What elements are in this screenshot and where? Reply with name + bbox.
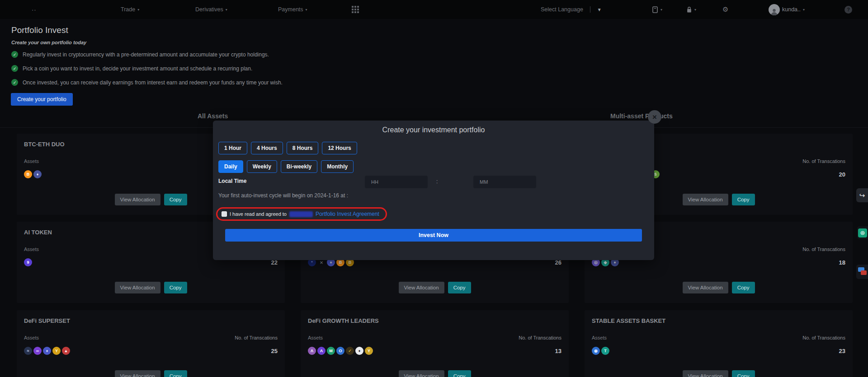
- help-icon[interactable]: ?: [844, 0, 852, 19]
- account-menu[interactable]: kunda.. ▾: [769, 0, 805, 19]
- chat-extension-icon[interactable]: [856, 265, 868, 279]
- hour-option-1h[interactable]: 1 Hour: [218, 142, 247, 154]
- nav-payments[interactable]: Payments ▾: [278, 0, 307, 19]
- copy-button[interactable]: Copy: [732, 282, 755, 293]
- modal-close-icon[interactable]: ✕: [648, 110, 661, 124]
- assets-label: Assets: [24, 158, 39, 164]
- settings-gear-icon[interactable]: ⚙: [722, 0, 728, 19]
- o-coin-icon: O: [336, 347, 344, 355]
- copy-button[interactable]: Copy: [164, 370, 187, 377]
- transactions-count: 13: [555, 348, 561, 354]
- chatgpt-extension-icon[interactable]: ⊛: [857, 226, 868, 239]
- portfolio-invest-agreement-link[interactable]: Portfolio Invest Agreement: [316, 211, 379, 217]
- blue-ring-coin-icon: ◉: [592, 347, 600, 355]
- btc-coin-icon: B: [24, 170, 32, 178]
- nav-derivatives-label: Derivatives: [195, 6, 223, 13]
- invest-now-button[interactable]: Invest Now: [225, 229, 642, 242]
- view-allocation-button[interactable]: View Allocation: [682, 282, 728, 293]
- hour-option-8h[interactable]: 8 Hours: [287, 142, 319, 154]
- frequency-option-monthly[interactable]: Monthly: [321, 160, 354, 173]
- m-coin-icon: M: [327, 347, 335, 355]
- card-actions: View AllocationCopy: [114, 282, 187, 293]
- asset-coin-row: ΛAMO✓♦Y: [308, 347, 374, 355]
- frequency-option-weekly[interactable]: Weekly: [247, 160, 277, 173]
- language-selector[interactable]: Select Language ▼: [541, 0, 602, 19]
- minute-input[interactable]: [473, 176, 536, 188]
- view-allocation-button[interactable]: View Allocation: [114, 282, 160, 293]
- tab-multi-asset-products[interactable]: Multi-asset Products: [610, 112, 673, 120]
- navy-coin-icon: ≈: [24, 347, 32, 355]
- portfolio-card: DeFi SUPERSETAssetsNo. of Transcations≈∞…: [17, 310, 285, 377]
- card-actions: View AllocationCopy: [682, 194, 755, 205]
- site-logo[interactable]: ··: [32, 0, 37, 19]
- eth-coin-icon: ♦: [43, 347, 51, 355]
- avatar: [769, 4, 780, 15]
- create-portfolio-modal: Create your investment portfolio 1 Hour …: [213, 121, 654, 260]
- hour-input[interactable]: [365, 176, 428, 188]
- card-actions: View AllocationCopy: [398, 282, 471, 293]
- hour-option-12h[interactable]: 12 Hours: [322, 142, 357, 154]
- avax-coin-icon: ▲: [62, 347, 70, 355]
- language-label: Select Language: [541, 6, 583, 13]
- nav-trade-label: Trade: [121, 6, 135, 13]
- tether-coin-icon: T: [601, 347, 609, 355]
- lambda-coin-icon: Λ: [308, 347, 316, 355]
- view-allocation-button[interactable]: View Allocation: [682, 194, 728, 205]
- chevron-down-icon: ▾: [306, 8, 307, 12]
- frequency-option-biweekly[interactable]: Bi-weekly: [281, 160, 317, 173]
- copy-button[interactable]: Copy: [448, 370, 471, 377]
- orders-book-icon[interactable]: ▾: [652, 0, 662, 19]
- card-actions: View AllocationCopy: [114, 194, 187, 205]
- portfolio-card: DeFi GROWTH LEADERSAssetsNo. of Transcat…: [301, 310, 569, 377]
- asset-coin-row: ≈∞♦Y▲: [24, 347, 71, 355]
- gold-y-coin-icon: Y: [52, 347, 61, 355]
- frequency-option-daily[interactable]: Daily: [218, 160, 243, 173]
- benefit-bullet: ✓ Once invested, you can receive daily e…: [11, 79, 283, 86]
- copy-button[interactable]: Copy: [732, 194, 755, 205]
- agreement-checkbox[interactable]: [222, 211, 227, 217]
- redacted-brand-name: [289, 211, 313, 217]
- purple-link-coin-icon: ∞: [33, 347, 42, 355]
- create-portfolio-button[interactable]: Create your portfolio: [11, 93, 73, 106]
- bullet-text: Once invested, you can receive daily ear…: [23, 79, 283, 86]
- check-circle-icon: ✓: [11, 51, 18, 58]
- wallet-lock-icon[interactable]: ▾: [686, 0, 696, 19]
- view-allocation-button[interactable]: View Allocation: [398, 370, 444, 377]
- transactions-label: No. of Transcations: [519, 335, 561, 340]
- transactions-label: No. of Transcations: [235, 335, 278, 340]
- card-title: BTC-ETH DUO: [24, 141, 65, 148]
- username-label: kunda..: [782, 6, 801, 13]
- transactions-count: 25: [271, 348, 278, 354]
- check-circle-icon: ✓: [11, 65, 18, 72]
- transactions-label: No. of Transcations: [802, 335, 845, 340]
- nav-trade[interactable]: Trade ▾: [121, 0, 139, 19]
- dark-gold-coin-icon: ✓: [346, 347, 354, 355]
- chevron-down-icon: ▾: [694, 8, 696, 12]
- purple-coin-icon: 9: [24, 258, 32, 266]
- asset-coin-row: 9: [24, 258, 33, 266]
- nav-derivatives[interactable]: Derivatives ▾: [195, 0, 227, 19]
- chevron-down-icon: ▾: [226, 8, 227, 12]
- copy-button[interactable]: Copy: [448, 282, 471, 293]
- card-title: DeFi SUPERSET: [24, 317, 70, 324]
- view-allocation-button[interactable]: View Allocation: [682, 370, 728, 377]
- yellow-coin-icon: Y: [365, 347, 373, 355]
- copy-button[interactable]: Copy: [164, 282, 187, 293]
- portfolio-card: STABLE ASSETS BASKETAssetsNo. of Transca…: [585, 310, 853, 377]
- copy-button[interactable]: Copy: [732, 370, 755, 377]
- view-allocation-button[interactable]: View Allocation: [114, 194, 160, 205]
- transactions-count: 22: [271, 259, 278, 266]
- agreement-text: I have read and agreed to: [230, 211, 287, 217]
- copy-button[interactable]: Copy: [164, 194, 187, 205]
- share-shortcut-icon[interactable]: ↪: [856, 188, 868, 202]
- transactions-count: 26: [555, 259, 561, 266]
- apps-grid-icon[interactable]: [352, 0, 359, 19]
- view-allocation-button[interactable]: View Allocation: [114, 370, 160, 377]
- card-actions: View AllocationCopy: [114, 370, 187, 377]
- hour-option-4h[interactable]: 4 Hours: [251, 142, 283, 154]
- transactions-count: 20: [839, 171, 845, 178]
- view-allocation-button[interactable]: View Allocation: [398, 282, 444, 293]
- transactions-label: No. of Transcations: [802, 158, 845, 164]
- tab-all-assets[interactable]: All Assets: [198, 112, 228, 120]
- language-dropdown-icon: ▼: [597, 7, 602, 12]
